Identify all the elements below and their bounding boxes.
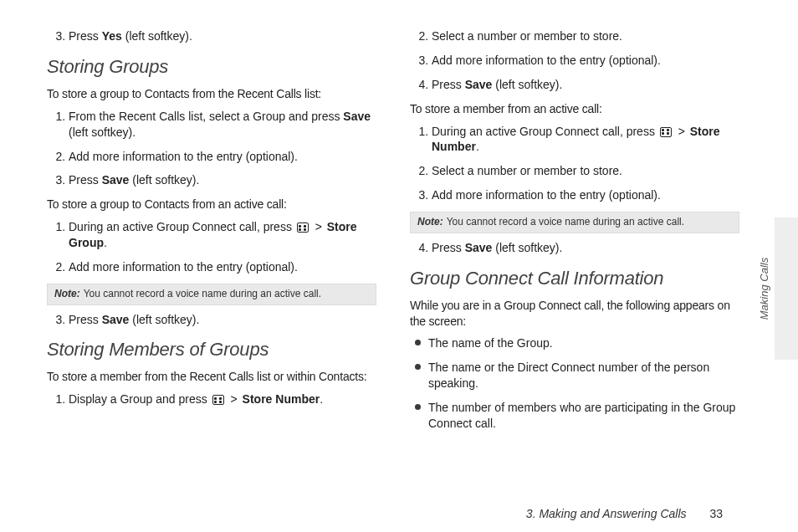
right-column: Select a number or member to store. Add …: [410, 23, 739, 440]
softkey-label: Save: [465, 241, 493, 254]
step-text: (left softkey).: [129, 173, 199, 187]
steps-store-member-recent-cont: Select a number or member to store. Add …: [410, 28, 739, 93]
list-item: The name of the Group.: [415, 335, 739, 351]
side-tab-label: Making Calls: [757, 258, 770, 320]
heading-group-connect-info: Group Connect Call Information: [410, 268, 739, 289]
steps-store-group-recent: From the Recent Calls list, select a Gro…: [47, 109, 376, 189]
list-item: The number of members who are participat…: [415, 400, 739, 432]
softkey-label: Yes: [102, 29, 122, 43]
list-item: Select a number or member to store.: [432, 28, 739, 44]
step-text: Display a Group and press: [69, 392, 211, 406]
steps-store-group-active-cont: Press Save (left softkey).: [47, 312, 376, 328]
step-text: (left softkey).: [492, 78, 562, 91]
list-item: Press Save (left softkey).: [432, 240, 739, 256]
list-item: Add more information to the entry (optio…: [69, 259, 376, 275]
page-footer: 3. Making and Answering Calls 33: [526, 507, 723, 520]
list-item: During an active Group Connect call, pre…: [69, 219, 376, 251]
step-text: Press: [432, 241, 465, 254]
step-text: (left softkey).: [69, 125, 136, 139]
step-text: Press: [69, 173, 102, 187]
note-box: Note:You cannot record a voice name duri…: [410, 212, 739, 233]
list-item: Press Save (left softkey).: [432, 77, 739, 93]
softkey-label: Save: [465, 78, 493, 91]
steps-store-member-active: During an active Group Connect call, pre…: [410, 124, 739, 204]
note-box: Note:You cannot record a voice name duri…: [47, 284, 376, 305]
step-text: During an active Group Connect call, pre…: [69, 220, 295, 233]
intro-text: To store a member from an active call:: [410, 101, 739, 117]
menu-label: Store Number: [243, 392, 320, 406]
note-text: You cannot record a voice name during an…: [84, 288, 321, 299]
document-page: Press Yes (left softkey). Storing Groups…: [0, 0, 798, 440]
left-column: Press Yes (left softkey). Storing Groups…: [47, 23, 376, 440]
chevron-right: >: [228, 392, 241, 406]
softkey-label: Save: [102, 313, 130, 326]
steps-store-member-active-cont: Press Save (left softkey).: [410, 240, 739, 256]
step-text: (left softkey).: [492, 241, 562, 254]
steps-store-member-recent: Display a Group and press > Store Number…: [47, 391, 376, 407]
contacts-icon: [212, 395, 224, 405]
note-label: Note:: [417, 216, 443, 228]
intro-text: To store a group to Contacts from an act…: [47, 197, 376, 212]
step-text: (left softkey).: [129, 313, 199, 326]
step-text: During an active Group Connect call, pre…: [432, 125, 658, 138]
step-text: Press: [69, 313, 102, 326]
intro-text: While you are in a Group Connect call, t…: [410, 298, 739, 330]
contacts-icon: [297, 223, 309, 233]
list-item: Display a Group and press > Store Number…: [69, 391, 376, 407]
contacts-icon: [660, 127, 672, 137]
note-text: You cannot record a voice name during an…: [447, 216, 684, 228]
list-item: The name or the Direct Connect number of…: [415, 360, 739, 391]
intro-text: To store a group to Contacts from the Re…: [47, 86, 376, 102]
softkey-label: Save: [343, 110, 371, 123]
steps-store-group-active: During an active Group Connect call, pre…: [47, 219, 376, 275]
heading-storing-groups: Storing Groups: [47, 56, 376, 78]
chevron-right: >: [312, 220, 325, 233]
list-item: During an active Group Connect call, pre…: [432, 124, 739, 156]
side-tab: Making Calls: [775, 217, 798, 360]
page-number: 33: [709, 507, 723, 520]
list-item: Select a number or member to store.: [432, 163, 739, 179]
step-text: (left softkey).: [122, 29, 192, 43]
list-item: Add more information to the entry (optio…: [69, 149, 376, 165]
note-label: Note:: [54, 288, 80, 299]
chevron-right: >: [675, 125, 688, 138]
list-item: Press Save (left softkey).: [69, 172, 376, 188]
list-item: Press Save (left softkey).: [69, 312, 376, 328]
list-item: Add more information to the entry (optio…: [432, 187, 739, 203]
continued-steps-top: Press Yes (left softkey).: [47, 28, 376, 44]
group-connect-bullets: The name of the Group. The name or the D…: [410, 335, 739, 431]
footer-section: 3. Making and Answering Calls: [526, 507, 687, 520]
list-item: Press Yes (left softkey).: [69, 28, 376, 44]
step-text: From the Recent Calls list, select a Gro…: [69, 110, 343, 123]
intro-text: To store a member from the Recent Calls …: [47, 369, 376, 385]
step-text: Press: [69, 29, 102, 43]
step-text: Press: [432, 78, 465, 91]
heading-storing-members: Storing Members of Groups: [47, 339, 376, 361]
list-item: From the Recent Calls list, select a Gro…: [69, 109, 376, 141]
list-item: Add more information to the entry (optio…: [432, 53, 739, 69]
softkey-label: Save: [102, 173, 130, 187]
